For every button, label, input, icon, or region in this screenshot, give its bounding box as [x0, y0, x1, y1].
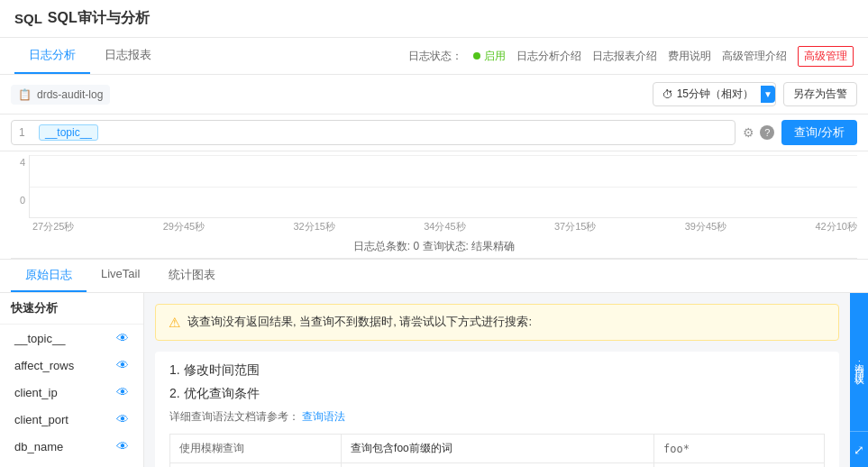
y-label-0: 0 — [20, 195, 25, 206]
status-label: 日志状态： — [408, 49, 462, 64]
sidebar-item-name-topic: __topic__ — [14, 332, 65, 345]
main-tabs: 日志分析 日志报表 — [14, 38, 166, 74]
action-row: ⏱ 15分钟（相对） ▼ 另存为告警 — [653, 82, 857, 106]
search-input-wrap: 1 __topic__ — [11, 120, 736, 145]
status-text: 启用 — [484, 49, 506, 64]
y-label-4: 4 — [20, 157, 25, 168]
sidebar-item-fail[interactable]: fail 👁 — [0, 460, 143, 467]
eye-icon-db-name[interactable]: 👁 — [116, 439, 129, 453]
query-example-1: foot — [654, 463, 825, 468]
x-label-4: 37分15秒 — [554, 220, 596, 234]
link-cost-info[interactable]: 费用说明 — [668, 49, 711, 64]
sidebar-item-topic[interactable]: __topic__ 👁 — [0, 325, 143, 352]
sidebar: 快速分析 __topic__ 👁 affect_rows 👁 client_ip… — [0, 293, 144, 467]
sub-tabs: 原始日志 LiveTail 统计图表 — [0, 260, 868, 293]
status-dot — [473, 52, 480, 60]
chart-canvas — [29, 155, 857, 218]
page-title: SQL SQL审计与分析 — [14, 9, 854, 28]
tip-1: 1. 修改时间范围 — [169, 362, 825, 379]
log-source[interactable]: 📋 drds-audit-log — [11, 85, 110, 105]
expand-icon-panel[interactable]: ⤢ — [850, 431, 868, 467]
main-panel: 📋 drds-audit-log ⏱ 15分钟（相对） ▼ 另存为告警 1 — [0, 75, 868, 467]
tabs-bar: 日志分析 日志报表 日志状态： 启用 日志分析介绍 日志报表介绍 费用说明 高级… — [0, 38, 868, 75]
sidebar-item-name-client-ip: client_ip — [14, 386, 58, 399]
eye-icon-affect-rows[interactable]: 👁 — [116, 358, 129, 372]
right-float-panel: 咨询·建议 ⤢ — [850, 293, 868, 467]
sql-icon: SQL — [14, 11, 42, 26]
query-example-0: foo* — [654, 435, 825, 463]
sidebar-item-client-port[interactable]: client_port 👁 — [0, 406, 143, 433]
save-alert-button[interactable]: 另存为告警 — [783, 82, 857, 106]
status-badge: 启用 — [473, 49, 506, 64]
page-header: SQL SQL审计与分析 — [0, 0, 868, 38]
search-row: 1 __topic__ ⚙ ? 查询/分析 — [0, 114, 868, 151]
sub-tab-stats-chart[interactable]: 统计图表 — [154, 260, 230, 292]
sidebar-item-name-affect-rows: affect_rows — [14, 359, 74, 372]
main-content: 快速分析 __topic__ 👁 affect_rows 👁 client_ip… — [0, 293, 868, 467]
query-type-0: 使用模糊查询 — [170, 435, 342, 463]
tip-link[interactable]: 查询语法 — [302, 410, 345, 423]
x-label-6: 42分10秒 — [816, 220, 857, 234]
log-source-icon: 📋 — [18, 88, 32, 101]
chart-area: 4 0 27分25秒 29分45秒 32分15秒 34分45秒 37分15秒 — [0, 151, 868, 260]
x-label-3: 34分45秒 — [424, 220, 465, 234]
clock-icon: ⏱ — [662, 88, 673, 101]
x-label-2: 32分15秒 — [294, 220, 335, 234]
sidebar-item-affect-rows[interactable]: affect_rows 👁 — [0, 352, 143, 379]
query-button[interactable]: 查询/分析 — [781, 120, 857, 145]
eye-icon-client-ip[interactable]: 👁 — [116, 385, 129, 399]
tip-link-prefix: 详细查询语法文档请参考： — [169, 410, 299, 423]
consult-panel[interactable]: 咨询·建议 — [850, 293, 868, 431]
tab-actions: 日志状态： 启用 日志分析介绍 日志报表介绍 费用说明 高级管理介绍 高级管理 — [408, 46, 854, 67]
consult-label: 咨询·建议 — [853, 356, 866, 368]
chart-status: 日志总条数: 0 查询状态: 结果精确 — [11, 235, 857, 259]
line-number: 1 — [19, 126, 33, 139]
alert-text: 该查询没有返回结果, 当查询不到数据时, 请尝试以下方式进行搜索: — [187, 314, 532, 330]
help-icon[interactable]: ? — [760, 125, 774, 140]
link-log-analysis-intro[interactable]: 日志分析介绍 — [516, 49, 581, 64]
sub-tab-livetail[interactable]: LiveTail — [87, 260, 154, 292]
eye-icon-client-port[interactable]: 👁 — [116, 412, 129, 426]
time-dropdown-icon[interactable]: ▼ — [761, 86, 775, 103]
content-area: 📋 drds-audit-log ⏱ 15分钟（相对） ▼ 另存为告警 1 — [0, 75, 868, 467]
alert-box: ⚠ 该查询没有返回结果, 当查询不到数据时, 请尝试以下方式进行搜索: — [155, 304, 839, 341]
query-bar: 📋 drds-audit-log ⏱ 15分钟（相对） ▼ 另存为告警 — [0, 75, 868, 114]
x-label-0: 27分25秒 — [32, 220, 74, 234]
query-desc-0: 查询包含foo前缀的词 — [342, 435, 654, 463]
alert-icon: ⚠ — [169, 315, 180, 331]
results-panel: ⚠ 该查询没有返回结果, 当查询不到数据时, 请尝试以下方式进行搜索: 1. 修… — [144, 293, 850, 467]
x-label-5: 39分45秒 — [685, 220, 726, 234]
query-type-1: 使用全文查询 — [170, 463, 342, 468]
tips-section: 1. 修改时间范围 2. 优化查询条件 详细查询语法文档请参考： 查询语法 使用… — [155, 352, 839, 467]
x-label-1: 29分45秒 — [163, 220, 205, 234]
eye-icon-topic[interactable]: 👁 — [116, 331, 129, 345]
sub-tab-raw-log[interactable]: 原始日志 — [11, 260, 87, 292]
log-source-name: drds-audit-log — [37, 88, 103, 101]
chart-x-labels: 27分25秒 29分45秒 32分15秒 34分45秒 37分15秒 39分45… — [11, 218, 857, 235]
query-desc-1: 查询任何字段中包含foot的日志 — [342, 463, 654, 468]
tab-log-analysis[interactable]: 日志分析 — [14, 38, 90, 74]
time-selector[interactable]: ⏱ 15分钟（相对） ▼ — [653, 82, 776, 106]
table-row: 使用模糊查询 查询包含foo前缀的词 foo* — [170, 435, 825, 463]
tip-2: 2. 优化查询条件 — [169, 386, 825, 402]
tip-link-row: 详细查询语法文档请参考： 查询语法 — [169, 409, 825, 425]
tab-log-report[interactable]: 日志报表 — [90, 38, 166, 74]
table-row: 使用全文查询 查询任何字段中包含foot的日志 foot — [170, 463, 825, 468]
expand-icon: ⤢ — [854, 443, 864, 457]
search-input[interactable] — [102, 126, 727, 140]
sidebar-item-name-client-port: client_port — [14, 413, 69, 426]
query-table: 使用模糊查询 查询包含foo前缀的词 foo* 使用全文查询 查询任何字段中包含… — [169, 434, 825, 467]
sidebar-header: 快速分析 — [0, 293, 143, 325]
time-label: 15分钟（相对） — [677, 87, 754, 102]
link-log-report-intro[interactable]: 日志报表介绍 — [592, 49, 657, 64]
link-advanced-manage-intro[interactable]: 高级管理介绍 — [722, 49, 787, 64]
topic-tag: __topic__ — [39, 124, 98, 141]
settings-icon[interactable]: ⚙ — [743, 125, 754, 140]
link-advanced-manage[interactable]: 高级管理 — [798, 46, 854, 67]
page-title-text: SQL审计与分析 — [48, 9, 150, 28]
sidebar-item-client-ip[interactable]: client_ip 👁 — [0, 379, 143, 406]
search-icons: ⚙ ? — [743, 125, 774, 140]
sidebar-item-name-db-name: db_name — [14, 440, 63, 453]
sidebar-item-db-name[interactable]: db_name 👁 — [0, 433, 143, 460]
